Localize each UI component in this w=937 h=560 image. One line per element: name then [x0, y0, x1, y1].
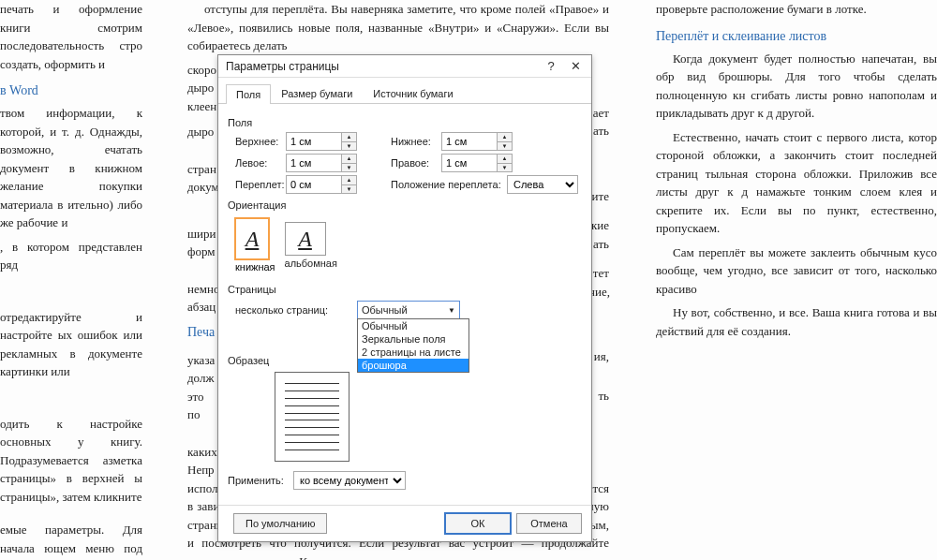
para: Ну вот, собственно, и все. Ваша книга го…	[656, 303, 937, 340]
para: отредактируйте и настройте ых ошибок или…	[0, 308, 142, 381]
tab-fields[interactable]: Поля	[226, 84, 271, 104]
label-gutter-position: Положение переплета:	[383, 179, 507, 190]
spin-up-icon[interactable]: ▲	[498, 133, 512, 142]
sample-preview	[275, 372, 350, 462]
doc-column-right: проверьте расположение бумаги в лотке. П…	[656, 0, 937, 346]
para: проверьте расположение бумаги в лотке.	[656, 0, 937, 19]
spin-down-icon[interactable]: ▼	[498, 164, 512, 172]
select-gutter-position[interactable]: Слева	[507, 175, 578, 194]
page-setup-dialog: Параметры страницы ? ✕ Поля Размер бумаг…	[217, 54, 592, 542]
input-top-margin[interactable]: ▲▼	[286, 132, 357, 151]
para: Когда документ будет полностью напечатан…	[656, 50, 937, 123]
tab-paper-size[interactable]: Размер бумаги	[271, 83, 363, 103]
label-right-margin: Правое:	[383, 157, 441, 169]
spin-down-icon[interactable]: ▼	[498, 142, 512, 151]
para: печать и оформление книги смотрим послед…	[0, 0, 142, 73]
dialog-tabs: Поля Размер бумаги Источник бумаги	[218, 78, 591, 104]
section-heading: Переплёт и склеивание листов	[656, 26, 937, 46]
spin-up-icon[interactable]: ▲	[342, 155, 356, 164]
para: , в котором представлен ряд	[0, 238, 142, 274]
dropdown-multiple-pages: Обычный Зеркальные поля 2 страницы на ли…	[357, 318, 469, 373]
cancel-button[interactable]: Отмена	[516, 513, 582, 534]
input-left-margin[interactable]: ▲▼	[286, 154, 357, 172]
tab-paper-source[interactable]: Источник бумаги	[363, 83, 463, 103]
para: отступы для переплёта. Вы наверняка заме…	[187, 0, 609, 55]
label-gutter: Переплет:	[228, 179, 286, 190]
dialog-titlebar[interactable]: Параметры страницы ? ✕	[218, 55, 591, 78]
default-button[interactable]: По умолчанию	[233, 513, 327, 534]
dropdown-option-mirror[interactable]: Зеркальные поля	[358, 332, 468, 346]
orientation-landscape[interactable]: А альбомная	[285, 218, 337, 273]
para: Сам переплёт вы можете заклеить обычным …	[656, 243, 937, 299]
label-bottom-margin: Нижнее:	[383, 136, 441, 147]
chevron-down-icon: ▼	[448, 306, 455, 315]
spin-up-icon[interactable]: ▲	[498, 155, 512, 164]
spin-down-icon[interactable]: ▼	[342, 142, 356, 151]
input-bottom-margin[interactable]: ▲▼	[441, 132, 513, 151]
ok-button[interactable]: ОК	[445, 513, 511, 534]
label-multiple-pages: несколько страниц:	[235, 304, 357, 316]
para: твом информации, к которой, и т. д. Одна…	[0, 104, 142, 232]
group-orientation: Ориентация	[228, 199, 582, 211]
select-multiple-pages[interactable]: Обычный ▼	[357, 301, 460, 319]
orientation-portrait[interactable]: А книжная	[235, 218, 275, 273]
spin-up-icon[interactable]: ▲	[342, 133, 356, 142]
close-icon[interactable]: ✕	[563, 57, 587, 76]
label-apply-to: Применить:	[228, 475, 293, 486]
dropdown-option-booklet[interactable]: брошюра	[358, 359, 468, 372]
help-icon[interactable]: ?	[539, 57, 563, 76]
spin-up-icon[interactable]: ▲	[342, 176, 356, 185]
para: одить к настройке основных у книгу. Подр…	[0, 415, 142, 507]
para: емые параметры. Для начала ющем меню под…	[0, 521, 142, 560]
spin-down-icon[interactable]: ▼	[342, 164, 356, 172]
section-heading: в Word	[0, 81, 142, 100]
dropdown-option-two-per-sheet[interactable]: 2 страницы на листе	[358, 346, 468, 359]
select-apply-to[interactable]: ко всему документу	[293, 471, 406, 490]
label-top-margin: Верхнее:	[228, 136, 286, 147]
input-right-margin[interactable]: ▲▼	[441, 154, 513, 172]
dialog-title: Параметры страницы	[226, 60, 539, 73]
spin-down-icon[interactable]: ▼	[342, 185, 356, 194]
label-left-margin: Левое:	[228, 157, 286, 169]
para: Естественно, начать стоит с первого лист…	[656, 128, 937, 238]
input-gutter[interactable]: ▲▼	[286, 175, 357, 194]
group-margins: Поля	[228, 117, 582, 128]
dropdown-option-normal[interactable]: Обычный	[358, 319, 468, 332]
group-pages: Страницы	[228, 284, 582, 295]
doc-column-left: печать и оформление книги смотрим послед…	[0, 0, 150, 560]
